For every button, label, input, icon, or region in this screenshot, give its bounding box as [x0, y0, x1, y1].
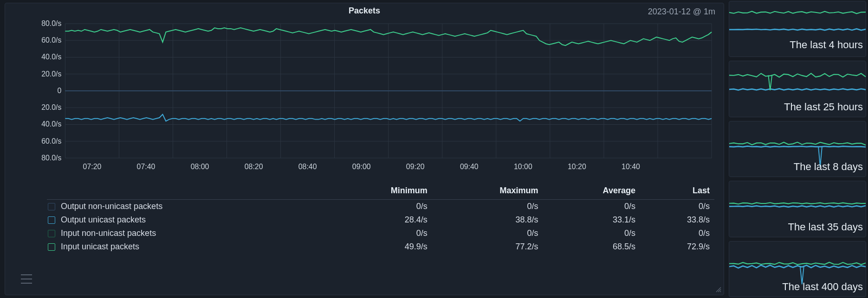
table-header-avg: Average [543, 182, 640, 200]
thumb-label: The last 25 hours [784, 101, 863, 113]
time-range-thumb[interactable]: The last 25 hours [729, 61, 866, 117]
summary-table: Minimum Maximum Average Last Output non-… [47, 182, 714, 254]
cell-max: 38.8/s [432, 213, 543, 227]
cell-last: 72.9/s [640, 240, 714, 254]
legend-swatch [48, 230, 55, 237]
series-name: Input unicast packets [47, 240, 325, 254]
cell-min: 28.4/s [325, 213, 432, 227]
svg-text:09:40: 09:40 [460, 163, 479, 171]
hamburger-icon[interactable] [21, 274, 32, 284]
chart-svg: 020.0/s40.0/s60.0/s80.0/s20.0/s40.0/s60.… [14, 19, 716, 177]
time-range-thumbnails: The last 4 hoursThe last 25 hoursThe las… [729, 0, 868, 298]
time-range-thumb[interactable]: The last 35 days [729, 181, 866, 237]
time-range-thumb[interactable]: The last 4 hours [729, 1, 866, 57]
resize-handle[interactable] [715, 286, 722, 293]
table-header-min: Minimum [325, 182, 432, 200]
chart-area[interactable]: 020.0/s40.0/s60.0/s80.0/s20.0/s40.0/s60.… [14, 19, 716, 177]
svg-text:20.0/s: 20.0/s [41, 103, 61, 111]
svg-text:07:20: 07:20 [83, 163, 102, 171]
chart-timestamp: 2023-01-12 @ 1m [648, 7, 715, 17]
series-name: Input non-unicast packets [47, 227, 325, 240]
cell-max: 77.2/s [432, 240, 543, 254]
svg-text:10:20: 10:20 [568, 163, 586, 171]
cell-min: 49.9/s [325, 240, 432, 254]
table-header-max: Maximum [432, 182, 543, 200]
svg-text:09:20: 09:20 [406, 163, 425, 171]
svg-text:20.0/s: 20.0/s [41, 70, 61, 78]
legend-swatch [48, 243, 55, 251]
table-row[interactable]: Input unicast packets49.9/s77.2/s68.5/s7… [47, 240, 714, 254]
svg-text:0: 0 [58, 87, 62, 95]
svg-text:08:00: 08:00 [191, 163, 209, 171]
main-chart-card: Packets 2023-01-12 @ 1m 020.0/s40.0/s60.… [5, 3, 724, 295]
svg-text:60.0/s: 60.0/s [41, 36, 61, 44]
cell-min: 0/s [325, 227, 432, 240]
svg-text:10:40: 10:40 [622, 163, 640, 171]
svg-text:08:40: 08:40 [298, 163, 317, 171]
svg-text:09:00: 09:00 [352, 163, 371, 171]
thumb-label: The last 4 hours [790, 39, 863, 51]
svg-text:60.0/s: 60.0/s [41, 137, 61, 145]
cell-avg: 0/s [543, 200, 640, 214]
table-row[interactable]: Output unicast packets28.4/s38.8/s33.1/s… [47, 213, 714, 227]
svg-text:10:00: 10:00 [514, 163, 532, 171]
cell-avg: 68.5/s [543, 240, 640, 254]
table-row[interactable]: Output non-unicast packets0/s0/s0/s0/s [47, 200, 714, 214]
chart-title: Packets [5, 6, 724, 16]
cell-max: 0/s [432, 200, 543, 214]
thumb-label: The last 8 days [794, 161, 863, 173]
cell-last: 0/s [640, 227, 714, 240]
table-header-last: Last [640, 182, 714, 200]
svg-text:80.0/s: 80.0/s [41, 154, 61, 162]
svg-text:08:20: 08:20 [245, 163, 263, 171]
dashboard-stage: Packets 2023-01-12 @ 1m 020.0/s40.0/s60.… [0, 0, 868, 298]
svg-text:07:40: 07:40 [137, 163, 155, 171]
series-name: Output non-unicast packets [47, 200, 325, 214]
cell-last: 33.8/s [640, 213, 714, 227]
table-row[interactable]: Input non-unicast packets0/s0/s0/s0/s [47, 227, 714, 240]
time-range-thumb[interactable]: The last 8 days [729, 121, 866, 177]
cell-last: 0/s [640, 200, 714, 214]
cell-avg: 0/s [543, 227, 640, 240]
main-panel: Packets 2023-01-12 @ 1m 020.0/s40.0/s60.… [0, 0, 729, 298]
legend-swatch [48, 203, 55, 210]
legend-swatch [48, 216, 55, 224]
cell-max: 0/s [432, 227, 543, 240]
svg-text:80.0/s: 80.0/s [41, 19, 61, 27]
time-range-thumb[interactable]: The last 400 days [729, 241, 866, 297]
svg-text:40.0/s: 40.0/s [41, 120, 61, 128]
table-header-name [47, 182, 325, 200]
svg-line-44 [720, 291, 721, 292]
thumb-label: The last 35 days [788, 221, 863, 233]
thumb-label: The last 400 days [782, 281, 863, 293]
svg-text:40.0/s: 40.0/s [41, 53, 61, 61]
series-name: Output unicast packets [47, 213, 325, 227]
cell-avg: 33.1/s [543, 213, 640, 227]
cell-min: 0/s [325, 200, 432, 214]
